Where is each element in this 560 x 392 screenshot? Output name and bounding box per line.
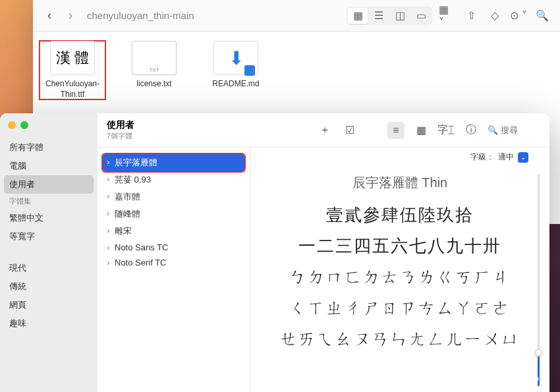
font-list: 辰宇落雁體芫荽 0.93嘉市體随峰體雕宋Noto Sans TCNoto Ser…: [98, 148, 250, 392]
preview-sample-line: ㄑㄒㄓㄔㄕㄖㄗㄘㄙㄚㄛㄜ: [262, 296, 538, 320]
fontbook-main: 使用者 7個字體 ＋ ☑ ≡ ▦ 字⌶ ⓘ 🔍 辰宇落雁體芫荽 0.93嘉市體随…: [98, 113, 549, 392]
finder-content: 漢 體ChenYuluoyan-Thin.ttflicense.txt⬇READ…: [33, 32, 560, 109]
forward-button[interactable]: ›: [63, 9, 78, 23]
search-icon[interactable]: 🔍: [534, 8, 551, 24]
preview-sample-line: ㄝㄞㄟㄠㄡㄢㄣㄤㄥㄦㄧㄨㄩ: [262, 327, 538, 350]
font-list-item[interactable]: 芫荽 0.93: [103, 171, 244, 188]
font-list-item[interactable]: 雕宋: [103, 223, 244, 240]
share-button[interactable]: ⇧: [462, 8, 480, 24]
font-list-item[interactable]: 辰宇落雁體: [103, 154, 244, 171]
validate-button[interactable]: ☑: [341, 122, 358, 139]
sidebar-item[interactable]: 使用者: [4, 175, 94, 194]
column-view-button[interactable]: ◫: [390, 8, 410, 24]
collection-title: 使用者 7個字體: [107, 119, 134, 141]
sample-view-button[interactable]: ≡: [387, 122, 405, 139]
custom-view-button[interactable]: 字⌶: [437, 122, 455, 139]
minimize-button[interactable]: [8, 121, 16, 129]
font-list-item[interactable]: Noto Serif TC: [103, 255, 244, 270]
font-list-item[interactable]: 随峰體: [103, 206, 244, 223]
txt-file-icon: [132, 41, 177, 75]
size-control: 字級： 適中 ⌄: [470, 152, 528, 163]
size-dropdown-icon[interactable]: ⌄: [518, 152, 528, 163]
size-value[interactable]: 適中: [498, 152, 514, 163]
sidebar-item[interactable]: 現代: [0, 259, 98, 277]
sidebar-item[interactable]: 所有字體: [0, 138, 98, 157]
ttf-file-icon: 漢 體: [50, 41, 95, 75]
sidebar-item[interactable]: 等寬字: [0, 227, 98, 246]
back-button[interactable]: ‹: [42, 9, 57, 23]
tags-button[interactable]: ◇: [486, 8, 503, 24]
preview-sample-line: ㄅㄉㄇㄈㄉㄊㄋㄌㄍㄎㄏㄐ: [262, 266, 538, 289]
info-button[interactable]: ⓘ: [462, 122, 480, 139]
group-menu[interactable]: ▦ ˅: [439, 8, 456, 24]
md-file-icon: ⬇: [213, 41, 258, 75]
preview-sample-line: 壹貳參肆伍陸玖拾: [262, 204, 538, 227]
sidebar-item[interactable]: 趣味: [0, 314, 98, 333]
search-input[interactable]: [501, 125, 540, 135]
fontbook-sidebar: 所有字體電腦使用者 字體集 繁體中文等寬字 現代傳統網頁趣味: [0, 113, 98, 392]
size-slider[interactable]: [532, 174, 544, 386]
add-button[interactable]: ＋: [316, 122, 333, 139]
gallery-view-button[interactable]: ▭: [411, 8, 431, 24]
window-controls: [0, 121, 98, 138]
preview-sample-line: 一二三四五六七八九十卅: [262, 235, 538, 258]
repertoire-view-button[interactable]: ▦: [412, 122, 430, 139]
watermark: minwt.com: [486, 370, 549, 387]
sidebar-section-label: 字體集: [0, 194, 98, 209]
file-name: ChenYuluoyan-Thin.ttf: [40, 79, 105, 99]
search-field[interactable]: 🔍: [488, 125, 540, 135]
preview-font-name: 辰宇落雁體 Thin: [262, 174, 538, 192]
sidebar-item[interactable]: 網頁: [0, 296, 98, 314]
list-view-button[interactable]: ☰: [369, 8, 389, 24]
file-name: README.md: [203, 79, 269, 90]
icon-view-button[interactable]: ▦: [348, 8, 368, 24]
font-list-item[interactable]: Noto Sans TC: [103, 240, 244, 255]
finder-toolbar: ‹ › chenyuluoyan_thin-main ▦ ☰ ◫ ▭ ▦ ˅ ⇧…: [33, 0, 560, 32]
sidebar-item[interactable]: 電腦: [0, 157, 98, 175]
file-name: license.txt: [121, 79, 187, 90]
file-item[interactable]: 漢 體ChenYuluoyan-Thin.ttf: [40, 41, 105, 99]
font-preview: 字級： 適中 ⌄ 辰宇落雁體 Thin 壹貳參肆伍陸玖拾一二三四五六七八九十卅ㄅ…: [250, 148, 549, 392]
search-icon: 🔍: [488, 125, 498, 135]
actions-menu[interactable]: ⊙ ˅: [510, 8, 527, 24]
sidebar-section-spacer: [0, 246, 98, 259]
zoom-button[interactable]: [20, 121, 28, 129]
file-item[interactable]: license.txt: [121, 41, 187, 99]
sidebar-item[interactable]: 傳統: [0, 277, 98, 296]
font-list-item[interactable]: 嘉市體: [103, 188, 244, 206]
fontbook-header: 使用者 7個字體 ＋ ☑ ≡ ▦ 字⌶ ⓘ 🔍: [98, 113, 549, 148]
file-item[interactable]: ⬇README.md: [203, 41, 269, 99]
sidebar-item[interactable]: 繁體中文: [0, 209, 98, 227]
view-mode-group: ▦ ☰ ◫ ▭: [347, 7, 432, 25]
folder-name: chenyuluoyan_thin-main: [87, 10, 194, 21]
fontbook-window: 所有字體電腦使用者 字體集 繁體中文等寬字 現代傳統網頁趣味 使用者 7個字體 …: [0, 113, 549, 392]
